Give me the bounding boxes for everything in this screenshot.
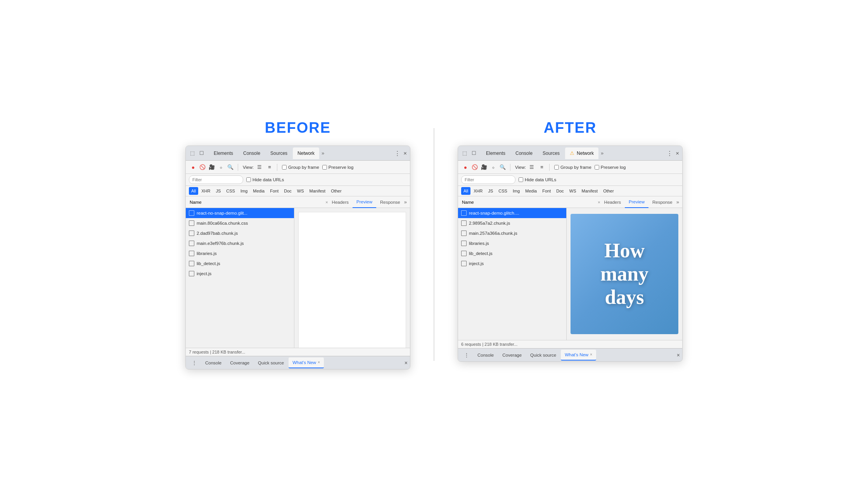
sub-tab-preview[interactable]: Preview: [353, 196, 376, 208]
resource-btn-media[interactable]: Media: [251, 187, 267, 195]
after-record-button[interactable]: ●: [461, 163, 470, 172]
resource-btn-xhr[interactable]: XHR: [199, 187, 213, 195]
hide-data-urls-checkbox[interactable]: [246, 177, 251, 182]
after-tab-console[interactable]: Console: [511, 147, 537, 159]
before-file-item-5[interactable]: lib_detect.js: [186, 258, 294, 269]
tab-elements[interactable]: Elements: [209, 147, 238, 159]
bottom-menu-icon[interactable]: ⋮: [188, 357, 201, 368]
after-small-list-view-button[interactable]: ≡: [538, 163, 546, 172]
resource-btn-img[interactable]: Img: [238, 187, 250, 195]
after-bottom-close-icon[interactable]: ×: [677, 352, 680, 358]
after-menu-icon[interactable]: ⋮: [667, 150, 673, 157]
after-sub-tab-more[interactable]: »: [676, 199, 679, 205]
after-stop-button[interactable]: 🚫: [470, 163, 479, 172]
after-more-tabs-icon[interactable]: »: [599, 150, 605, 156]
before-file-item-0[interactable]: react-no-snap-demo.glit...: [186, 208, 294, 218]
menu-icon[interactable]: ⋮: [394, 150, 400, 157]
after-bottom-tab-whatsnew[interactable]: What's New ×: [561, 350, 596, 361]
after-close-icon[interactable]: ×: [676, 150, 679, 156]
after-sub-tab-headers[interactable]: Headers: [600, 196, 625, 208]
after-resource-btn-img[interactable]: Img: [510, 187, 522, 195]
small-list-view-button[interactable]: ≡: [265, 163, 274, 172]
after-file-item-5[interactable]: inject.js: [458, 258, 566, 269]
resource-btn-manifest[interactable]: Manifest: [307, 187, 328, 195]
device-icon[interactable]: ☐: [198, 150, 205, 157]
after-resource-btn-other[interactable]: Other: [601, 187, 616, 195]
camera-button[interactable]: 🎥: [207, 163, 216, 172]
after-file-item-0[interactable]: react-snap-demo.glitch....: [458, 208, 566, 218]
after-resource-btn-manifest[interactable]: Manifest: [579, 187, 600, 195]
preserve-log-checkbox[interactable]: [322, 165, 327, 170]
tab-sources[interactable]: Sources: [266, 147, 292, 159]
close-icon[interactable]: ×: [403, 150, 407, 156]
after-list-view-button[interactable]: ☰: [527, 163, 536, 172]
after-file-item-2[interactable]: main.257a366a.chunk.js: [458, 228, 566, 238]
list-view-button[interactable]: ☰: [255, 163, 264, 172]
after-file-item-1[interactable]: 2.9895a7a2.chunk.js: [458, 218, 566, 228]
before-file-item-6[interactable]: inject.js: [186, 269, 294, 279]
after-bottom-tab-coverage[interactable]: Coverage: [498, 350, 526, 361]
search-button[interactable]: 🔍: [226, 163, 235, 172]
before-bottom-tab-coverage[interactable]: Coverage: [226, 357, 253, 368]
after-sub-tab-preview[interactable]: Preview: [625, 196, 648, 208]
after-file-item-3[interactable]: libraries.js: [458, 238, 566, 248]
after-filter-input[interactable]: [461, 175, 515, 184]
inspect-icon[interactable]: ⬚: [189, 150, 196, 157]
before-file-item-3[interactable]: main.e3ef976b.chunk.js: [186, 238, 294, 248]
after-camera-button[interactable]: 🎥: [480, 163, 488, 172]
resource-btn-js[interactable]: JS: [213, 187, 223, 195]
resource-btn-css[interactable]: CSS: [224, 187, 237, 195]
resource-btn-ws[interactable]: WS: [295, 187, 306, 195]
after-bottom-menu-icon[interactable]: ⋮: [460, 350, 473, 361]
after-resource-btn-css[interactable]: CSS: [496, 187, 510, 195]
after-device-icon[interactable]: ☐: [470, 150, 477, 157]
after-resource-btn-all[interactable]: All: [461, 187, 470, 195]
tab-console[interactable]: Console: [239, 147, 265, 159]
resource-btn-other[interactable]: Other: [329, 187, 344, 195]
after-resource-btn-xhr[interactable]: XHR: [471, 187, 485, 195]
after-whatsnew-close[interactable]: ×: [590, 352, 592, 357]
before-file-item-2[interactable]: 2.dad97bab.chunk.js: [186, 228, 294, 238]
after-inspect-icon[interactable]: ⬚: [461, 150, 468, 157]
resource-btn-all[interactable]: All: [189, 187, 198, 195]
after-status-text: 6 requests | 218 KB transfer...: [461, 342, 517, 347]
after-hide-data-urls-checkbox[interactable]: [519, 177, 523, 182]
after-filter-button[interactable]: ⬦: [489, 163, 498, 172]
sub-tab-response[interactable]: Response: [376, 196, 404, 208]
more-tabs-icon[interactable]: »: [320, 150, 326, 156]
before-bottom-tab-whatsnew[interactable]: What's New ×: [289, 357, 324, 368]
before-file-item-1[interactable]: main.80ca66ca.chunk.css: [186, 218, 294, 228]
after-toolbar-divider-2: [549, 164, 550, 171]
tab-network[interactable]: Network: [293, 147, 319, 159]
before-close-icon[interactable]: ×: [405, 360, 408, 366]
after-search-button[interactable]: 🔍: [498, 163, 507, 172]
record-button[interactable]: ●: [189, 163, 197, 172]
filter-button[interactable]: ⬦: [217, 163, 225, 172]
group-by-frame-checkbox[interactable]: [282, 165, 287, 170]
after-preserve-log-checkbox[interactable]: [595, 165, 599, 170]
before-bottom-tab-console[interactable]: Console: [201, 357, 225, 368]
before-file-item-4[interactable]: libraries.js: [186, 248, 294, 258]
after-resource-btn-js[interactable]: JS: [486, 187, 495, 195]
after-bottom-tab-console[interactable]: Console: [474, 350, 498, 361]
view-label: View:: [243, 165, 254, 170]
resource-btn-font[interactable]: Font: [268, 187, 281, 195]
before-whatsnew-close[interactable]: ×: [318, 360, 320, 364]
after-group-by-frame-checkbox[interactable]: [554, 165, 559, 170]
after-resource-btn-media[interactable]: Media: [523, 187, 539, 195]
after-resource-btn-font[interactable]: Font: [540, 187, 553, 195]
after-file-item-4[interactable]: lib_detect.js: [458, 248, 566, 258]
after-sub-tab-response[interactable]: Response: [648, 196, 676, 208]
after-bottom-tab-quicksource[interactable]: Quick source: [526, 350, 560, 361]
filter-input[interactable]: [189, 175, 243, 184]
after-resource-btn-doc[interactable]: Doc: [554, 187, 566, 195]
after-tab-sources[interactable]: Sources: [538, 147, 564, 159]
before-bottom-tab-quicksource[interactable]: Quick source: [254, 357, 288, 368]
stop-button[interactable]: 🚫: [198, 163, 207, 172]
after-tab-network[interactable]: ⚠ Network: [565, 147, 598, 159]
after-resource-btn-ws[interactable]: WS: [567, 187, 579, 195]
after-tab-elements[interactable]: Elements: [481, 147, 510, 159]
sub-tab-more[interactable]: »: [404, 199, 407, 205]
sub-tab-headers[interactable]: Headers: [328, 196, 353, 208]
resource-btn-doc[interactable]: Doc: [282, 187, 294, 195]
